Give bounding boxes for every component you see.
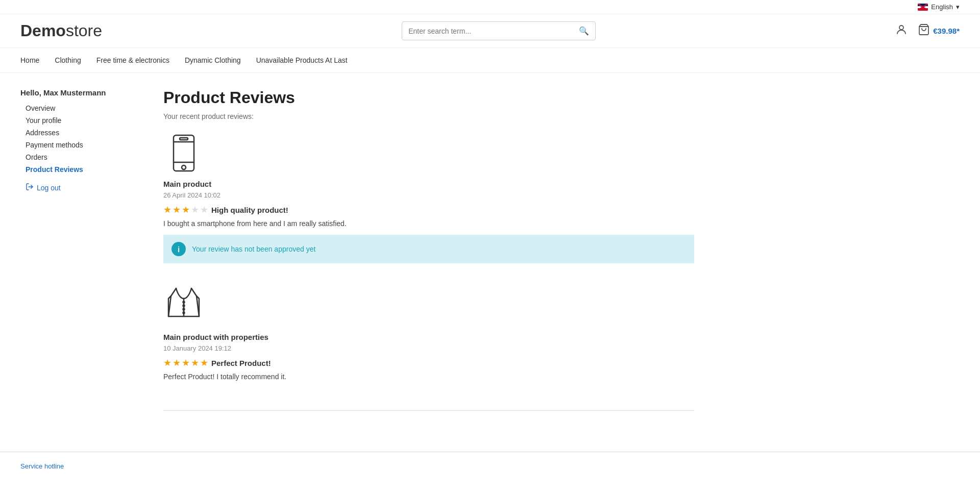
review-item-2: Main product with properties 10 January … bbox=[163, 286, 694, 400]
nav-dynamic-clothing[interactable]: Dynamic Clothing bbox=[185, 48, 241, 72]
footer-links: Service hotline bbox=[0, 452, 980, 480]
cart-price: €39.98* bbox=[933, 27, 960, 35]
sidebar-item-orders[interactable]: Orders bbox=[26, 153, 133, 161]
product-image-jacket bbox=[163, 286, 204, 327]
review-divider-bottom bbox=[163, 410, 694, 411]
review-rating-2: ★ ★ ★ ★ ★ Perfect Product! bbox=[163, 357, 694, 368]
nav-clothing[interactable]: Clothing bbox=[55, 48, 81, 72]
site-logo[interactable]: Demostore bbox=[20, 21, 102, 40]
sidebar-link-reviews[interactable]: Product Reviews bbox=[26, 165, 83, 174]
pending-text-1: Your review has not been approved yet bbox=[192, 245, 315, 253]
star-4: ★ bbox=[191, 204, 199, 215]
star-3-r2: ★ bbox=[182, 357, 190, 368]
sidebar-link-profile[interactable]: Your profile bbox=[26, 116, 61, 125]
sidebar-link-payment[interactable]: Payment methods bbox=[26, 141, 83, 149]
sidebar-link-addresses[interactable]: Addresses bbox=[26, 129, 59, 137]
star-5: ★ bbox=[200, 204, 208, 215]
search-icon[interactable]: 🔍 bbox=[579, 26, 589, 36]
search-input[interactable] bbox=[408, 27, 579, 35]
page-title: Product Reviews bbox=[163, 88, 694, 107]
review-text-1: I bought a smartphone from here and I am… bbox=[163, 219, 694, 228]
svg-point-6 bbox=[182, 165, 186, 169]
svg-point-0 bbox=[899, 26, 903, 30]
search-bar: 🔍 bbox=[402, 21, 596, 40]
logo-bold: Demo bbox=[20, 21, 66, 40]
language-selector[interactable]: English ▾ bbox=[918, 3, 960, 11]
review-pending-alert-1: i Your review has not been approved yet bbox=[163, 235, 694, 263]
main-nav: Home Clothing Free time & electronics Dy… bbox=[0, 48, 980, 73]
stars-1: ★ ★ ★ ★ ★ bbox=[163, 204, 208, 215]
sidebar-item-overview[interactable]: Overview bbox=[26, 104, 133, 112]
sidebar-item-profile[interactable]: Your profile bbox=[26, 116, 133, 125]
star-5-r2: ★ bbox=[200, 357, 208, 368]
footer-link-hotline[interactable]: Service hotline bbox=[20, 462, 64, 470]
svg-point-9 bbox=[183, 302, 185, 303]
sidebar-link-orders[interactable]: Orders bbox=[26, 153, 47, 161]
review-date-1: 26 April 2024 10:02 bbox=[163, 191, 694, 199]
info-icon: i bbox=[172, 242, 186, 256]
nav-home[interactable]: Home bbox=[20, 48, 39, 72]
logo-light: store bbox=[66, 21, 102, 40]
stars-2: ★ ★ ★ ★ ★ bbox=[163, 357, 208, 368]
uk-flag-icon bbox=[918, 4, 928, 11]
product-name-2: Main product with properties bbox=[163, 333, 694, 341]
review-title-1: High quality product! bbox=[211, 206, 288, 214]
sidebar-menu: Overview Your profile Addresses Payment … bbox=[26, 104, 133, 174]
logout-link[interactable]: Log out bbox=[26, 183, 133, 193]
sidebar: Hello, Max Mustermann Overview Your prof… bbox=[20, 88, 133, 421]
review-rating-1: ★ ★ ★ ★ ★ High quality product! bbox=[163, 204, 694, 215]
review-item-1: Main product 26 April 2024 10:02 ★ ★ ★ ★… bbox=[163, 133, 694, 286]
user-icon[interactable] bbox=[895, 23, 908, 39]
product-image-phone bbox=[163, 133, 204, 174]
star-3: ★ bbox=[182, 204, 190, 215]
svg-point-11 bbox=[183, 309, 185, 310]
svg-point-10 bbox=[183, 305, 185, 307]
logout-label: Log out bbox=[37, 184, 61, 192]
content-area: Product Reviews Your recent product revi… bbox=[163, 88, 694, 421]
sidebar-greeting: Hello, Max Mustermann bbox=[20, 88, 133, 97]
header-actions: €39.98* bbox=[895, 23, 960, 39]
svg-point-12 bbox=[183, 312, 185, 314]
nav-unavailable[interactable]: Unavailable Products At Last bbox=[256, 48, 348, 72]
review-text-2: Perfect Product! I totally recommend it. bbox=[163, 373, 694, 381]
review-title-2: Perfect Product! bbox=[211, 359, 271, 367]
nav-free-time-electronics[interactable]: Free time & electronics bbox=[96, 48, 169, 72]
logout-icon bbox=[26, 183, 34, 193]
main-layout: Hello, Max Mustermann Overview Your prof… bbox=[0, 73, 715, 436]
cart-icon bbox=[918, 23, 930, 39]
page-subtitle: Your recent product reviews: bbox=[163, 112, 694, 120]
star-2-r2: ★ bbox=[173, 357, 181, 368]
sidebar-link-overview[interactable]: Overview bbox=[26, 104, 55, 112]
sidebar-item-reviews[interactable]: Product Reviews bbox=[26, 165, 133, 174]
cart-area[interactable]: €39.98* bbox=[918, 23, 960, 39]
language-label: English bbox=[931, 3, 953, 11]
site-header: Demostore 🔍 €39.98* bbox=[0, 14, 980, 48]
star-4-r2: ★ bbox=[191, 357, 199, 368]
star-1: ★ bbox=[163, 204, 172, 215]
star-2: ★ bbox=[173, 204, 181, 215]
review-date-2: 10 January 2024 19:12 bbox=[163, 344, 694, 352]
svg-rect-7 bbox=[180, 138, 188, 140]
top-bar: English ▾ bbox=[0, 0, 980, 14]
sidebar-item-payment[interactable]: Payment methods bbox=[26, 141, 133, 149]
product-name-1: Main product bbox=[163, 180, 694, 188]
chevron-down-icon: ▾ bbox=[956, 3, 960, 11]
star-1-r2: ★ bbox=[163, 357, 172, 368]
sidebar-item-addresses[interactable]: Addresses bbox=[26, 129, 133, 137]
